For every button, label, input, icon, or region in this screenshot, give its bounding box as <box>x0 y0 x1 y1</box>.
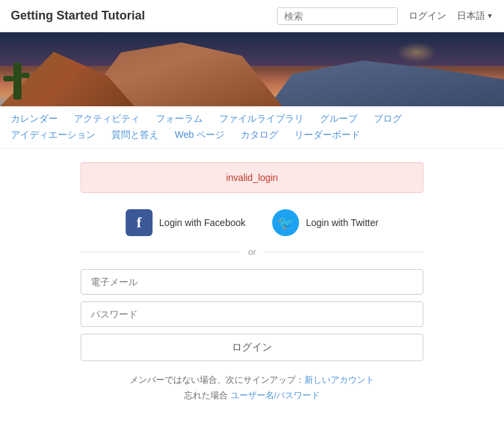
header-right: ログイン 日本語 ▼ <box>277 7 493 25</box>
hero-banner <box>0 32 504 106</box>
error-message: invalid_login <box>81 162 423 193</box>
main-content: invalid_login f Login with Facebook 🐦 Lo… <box>0 149 504 417</box>
email-field[interactable] <box>81 269 423 295</box>
facebook-icon: f <box>126 209 153 236</box>
login-link[interactable]: ログイン <box>409 10 446 22</box>
twitter-label: Login with Twitter <box>306 217 378 228</box>
divider-line-right <box>264 252 423 252</box>
cactus <box>13 63 22 100</box>
email-group <box>81 269 423 295</box>
nav-file-library[interactable]: ファイルライブラリ <box>219 113 304 125</box>
landscape-image <box>0 32 504 106</box>
password-group <box>81 301 423 327</box>
site-title: Getting Started Tutorial <box>11 9 145 23</box>
social-login-section: f Login with Facebook 🐦 Login with Twitt… <box>81 209 423 236</box>
signup-link[interactable]: 新しいアカウント <box>304 375 374 385</box>
footer-links: メンバーではない場合、次にサインアップ：新しいアカウント 忘れた場合 ユーザー名… <box>130 372 374 404</box>
login-submit-button[interactable]: ログイン <box>81 334 423 361</box>
header: Getting Started Tutorial ログイン 日本語 ▼ <box>0 0 504 32</box>
divider-line-left <box>81 252 240 252</box>
nav-webpage[interactable]: Web ページ <box>175 129 224 141</box>
twitter-login-button[interactable]: 🐦 Login with Twitter <box>272 209 378 236</box>
navigation: カレンダー アクティビティ フォーラム ファイルライブラリ グループ ブログ ア… <box>0 106 504 149</box>
nav-qa[interactable]: 質問と答え <box>112 129 159 141</box>
or-text: or <box>248 247 256 257</box>
facebook-label: Login with Facebook <box>159 217 245 228</box>
nav-ideation[interactable]: アイディエーション <box>11 129 95 141</box>
language-selector[interactable]: 日本語 ▼ <box>457 10 493 22</box>
nav-catalog[interactable]: カタログ <box>241 129 278 141</box>
search-input[interactable] <box>277 7 398 25</box>
signup-row: メンバーではない場合、次にサインアップ：新しいアカウント <box>130 372 374 387</box>
nav-row-1: カレンダー アクティビティ フォーラム ファイルライブラリ グループ ブログ <box>11 113 493 125</box>
nav-forum[interactable]: フォーラム <box>156 113 203 125</box>
forgot-password-link[interactable]: ユーザー名/パスワード <box>230 390 321 400</box>
nav-row-2: アイディエーション 質問と答え Web ページ カタログ リーダーボード <box>11 129 493 141</box>
nav-activity[interactable]: アクティビティ <box>74 113 140 125</box>
nav-leaderboard[interactable]: リーダーボード <box>294 129 360 141</box>
or-divider: or <box>81 247 423 257</box>
nav-calendar[interactable]: カレンダー <box>11 113 58 125</box>
password-field[interactable] <box>81 301 423 327</box>
chevron-down-icon: ▼ <box>487 12 493 20</box>
twitter-icon: 🐦 <box>272 209 299 236</box>
sun-glow <box>396 42 437 63</box>
forgot-row: 忘れた場合 ユーザー名/パスワード <box>130 387 374 403</box>
nav-groups[interactable]: グループ <box>320 113 358 125</box>
facebook-login-button[interactable]: f Login with Facebook <box>126 209 245 236</box>
nav-blog[interactable]: ブログ <box>374 113 402 125</box>
